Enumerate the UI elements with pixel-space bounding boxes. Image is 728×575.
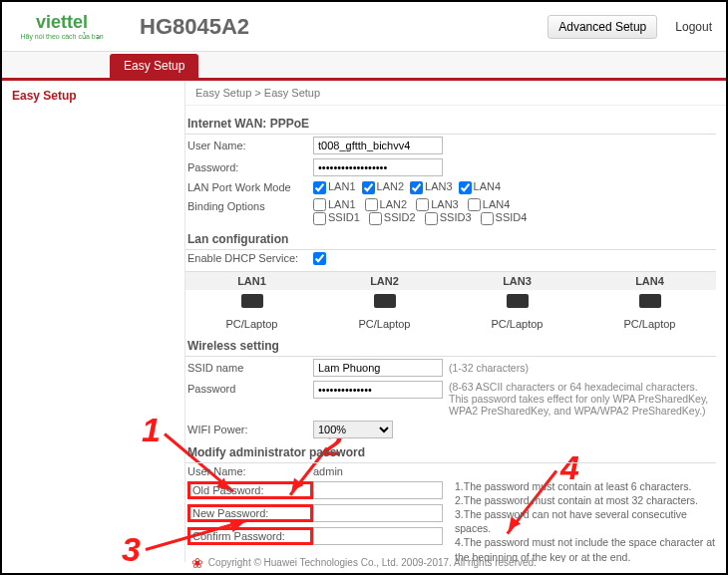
rule-2: 2.The password must contain at most 32 c… <box>455 493 716 507</box>
advanced-setup-button[interactable]: Advanced Setup <box>547 15 657 39</box>
admin-user-value: admin <box>313 465 343 477</box>
bind-lan4-label: LAN4 <box>483 198 511 210</box>
bind-lan3-check[interactable] <box>416 198 429 211</box>
bind-lan2-label: LAN2 <box>380 198 408 210</box>
lanport-lan2-check[interactable] <box>362 181 375 194</box>
wifi-pass-input[interactable] <box>313 381 443 399</box>
section-wifi-title: Wireless setting <box>185 336 716 357</box>
lanport-lan4-check[interactable] <box>459 181 472 194</box>
lan-col-2: LAN2 <box>318 272 451 290</box>
bind-ssid2-label: SSID2 <box>384 211 416 223</box>
lanport-lan3-label: LAN3 <box>425 180 453 192</box>
ethernet-port-icon <box>374 294 396 308</box>
bind-ssid2-check[interactable] <box>369 212 382 225</box>
wan-user-label: User Name: <box>187 140 313 151</box>
header: viettel Hãy nói theo cách của bạn HG8045… <box>2 2 726 52</box>
ethernet-port-icon <box>241 294 263 308</box>
bind-lan1-label: LAN1 <box>328 198 356 210</box>
admin-user-label: User Name: <box>187 465 313 477</box>
wan-pass-input[interactable] <box>313 158 443 176</box>
ethernet-port-icon <box>639 294 661 308</box>
brand-text: viettel <box>36 12 88 33</box>
old-pass-label: Old Password: <box>187 481 313 499</box>
new-pass-label: New Password: <box>187 504 313 522</box>
main-panel: Easy Setup > Easy Setup Internet WAN: PP… <box>185 81 726 562</box>
sidebar: Easy Setup <box>2 81 185 562</box>
ssid-note: (1-32 characters) <box>449 362 529 374</box>
wan-pass-label: Password: <box>187 161 313 173</box>
rule-3: 3.The password can not have several cons… <box>455 507 716 535</box>
password-rules: 1.The password must contain at least 6 c… <box>455 479 716 562</box>
lan1-device: PC/Laptop <box>185 314 318 334</box>
dhcp-label: Enable DHCP Service: <box>187 252 313 264</box>
bind-lan1-check[interactable] <box>313 198 326 211</box>
bind-ssid3-label: SSID3 <box>440 211 472 223</box>
ssid-input[interactable] <box>313 359 443 377</box>
lanport-lan1-check[interactable] <box>313 181 326 194</box>
binding-options-label: Binding Options <box>187 198 313 212</box>
wifi-power-label: WIFI Power: <box>187 424 313 435</box>
brand-tagline: Hãy nói theo cách của bạn <box>20 33 103 41</box>
confirm-pass-input[interactable] <box>313 527 443 545</box>
lan-col-3: LAN3 <box>451 272 583 290</box>
bind-lan3-label: LAN3 <box>431 198 459 210</box>
sidebar-easy-setup[interactable]: Easy Setup <box>12 89 175 103</box>
lan-col-1: LAN1 <box>185 272 318 290</box>
lan-table: LAN1 LAN2 LAN3 LAN4 PC/Laptop PC/Laptop … <box>185 271 716 334</box>
tab-easy-setup[interactable]: Easy Setup <box>110 54 198 78</box>
section-wan-title: Internet WAN: PPPoE <box>185 114 716 135</box>
ethernet-port-icon <box>507 294 529 308</box>
brand-logo: viettel Hãy nói theo cách của bạn <box>12 12 112 41</box>
bind-ssid4-label: SSID4 <box>496 211 528 223</box>
old-pass-input[interactable] <box>313 481 443 499</box>
new-pass-input[interactable] <box>313 504 443 522</box>
footer: ❀ Copyright © Huawei Technologies Co., L… <box>2 555 726 571</box>
lan3-device: PC/Laptop <box>451 314 583 334</box>
breadcrumb: Easy Setup > Easy Setup <box>185 81 726 106</box>
lan2-device: PC/Laptop <box>318 314 451 334</box>
lan-col-4: LAN4 <box>583 272 716 290</box>
confirm-pass-label: Confirm Password: <box>187 527 313 545</box>
lan-port-mode-label: LAN Port Work Mode <box>187 181 313 193</box>
copyright-text: Copyright © Huawei Technologies Co., Ltd… <box>208 557 537 568</box>
bind-ssid1-check[interactable] <box>313 212 326 225</box>
lan4-device: PC/Laptop <box>583 314 716 334</box>
wifi-pass-note: (8-63 ASCII characters or 64 hexadecimal… <box>449 381 716 417</box>
wifi-power-select[interactable]: 100% <box>313 421 393 438</box>
bind-lan2-check[interactable] <box>365 198 378 211</box>
wan-user-input[interactable] <box>313 137 443 154</box>
lanport-lan4-label: LAN4 <box>474 180 502 192</box>
section-lan-title: Lan configuration <box>185 229 716 250</box>
bind-ssid1-label: SSID1 <box>328 211 360 223</box>
bind-lan4-check[interactable] <box>468 198 481 211</box>
lanport-lan3-check[interactable] <box>410 181 423 194</box>
ssid-label: SSID name <box>187 362 313 374</box>
marker-1: 1 <box>142 411 161 449</box>
logout-link[interactable]: Logout <box>675 20 712 34</box>
device-model: HG8045A2 <box>140 14 249 40</box>
bind-ssid3-check[interactable] <box>425 212 438 225</box>
lanport-lan2-label: LAN2 <box>377 180 405 192</box>
rule-1: 1.The password must contain at least 6 c… <box>455 479 716 493</box>
huawei-logo-icon: ❀ <box>191 555 203 571</box>
lanport-lan1-label: LAN1 <box>328 180 356 192</box>
section-admin-title: Modify administrator password <box>185 442 716 463</box>
bind-ssid4-check[interactable] <box>481 212 494 225</box>
wifi-pass-label: Password <box>187 381 313 395</box>
tabbar: Easy Setup <box>2 52 726 81</box>
dhcp-check[interactable] <box>313 252 326 265</box>
